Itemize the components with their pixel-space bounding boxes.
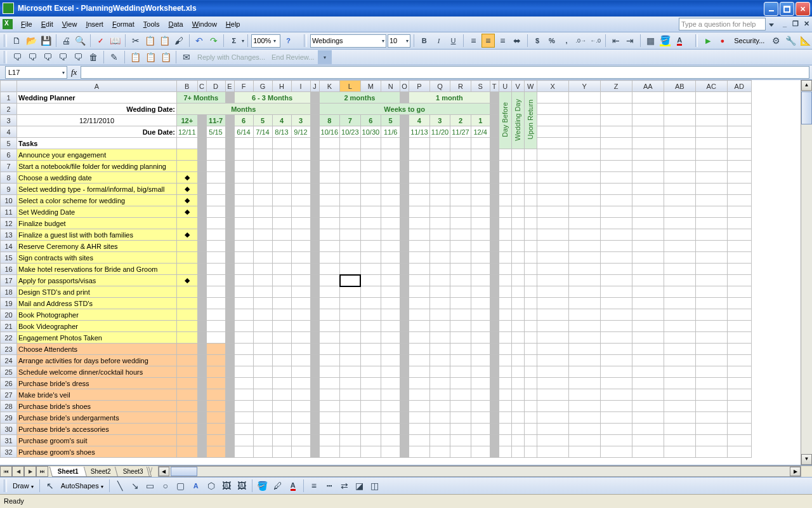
row-header-30[interactable]: 30: [1, 424, 17, 435]
cell-N23[interactable]: [381, 344, 400, 355]
cell-E12[interactable]: [225, 218, 234, 229]
cell-D16[interactable]: [206, 264, 225, 275]
cell-K26[interactable]: [319, 378, 340, 389]
delete-comment-icon[interactable]: 🗑: [86, 50, 100, 64]
cell-I29[interactable]: [291, 412, 310, 424]
cell-N3[interactable]: 5: [381, 115, 400, 126]
sheet-tab-sheet2[interactable]: Sheet2: [82, 467, 119, 477]
cell-P13[interactable]: [409, 229, 430, 241]
cell-Q7[interactable]: [429, 161, 450, 172]
cell-D30[interactable]: [206, 424, 225, 435]
cell-B7[interactable]: [177, 161, 198, 172]
cell-H9[interactable]: [272, 184, 291, 195]
col-header-Z[interactable]: Z: [600, 81, 632, 92]
cell-P22[interactable]: [409, 332, 430, 344]
cell-L16[interactable]: [340, 264, 361, 275]
col-header-L[interactable]: L: [340, 81, 361, 92]
cell-A4[interactable]: Due Date:: [17, 126, 177, 138]
app-menu-icon[interactable]: [3, 19, 13, 29]
cell-P9[interactable]: [409, 184, 430, 195]
increase-indent-icon[interactable]: ⇥: [624, 34, 637, 48]
cell-N17[interactable]: [381, 275, 400, 286]
cell-H22[interactable]: [272, 332, 291, 344]
cell-I4[interactable]: 9/12: [291, 126, 310, 138]
cell-R18[interactable]: [450, 286, 471, 298]
track-changes-icon[interactable]: 📋: [128, 50, 142, 64]
cell-H24[interactable]: [272, 355, 291, 366]
cell-G31[interactable]: [253, 435, 272, 446]
cell-P6[interactable]: [409, 149, 430, 161]
cell-A24[interactable]: Arrange activities for days before weddi…: [17, 355, 177, 366]
row-header-4[interactable]: 4: [1, 126, 17, 138]
cell-A14[interactable]: Reserve Ceremony & AHR sites: [17, 241, 177, 252]
cell-G8[interactable]: [253, 172, 272, 184]
cell-I22[interactable]: [291, 332, 310, 344]
cell-L15[interactable]: [340, 252, 361, 264]
row-header-18[interactable]: 18: [1, 286, 17, 298]
cell-K19[interactable]: [319, 298, 340, 309]
cell-N7[interactable]: [381, 161, 400, 172]
cell-I18[interactable]: [291, 286, 310, 298]
cell-O14[interactable]: [400, 241, 409, 252]
cell-B22[interactable]: [177, 332, 198, 344]
cell-Q31[interactable]: [429, 435, 450, 446]
cell-K1[interactable]: 2 months: [319, 92, 400, 104]
cell-L14[interactable]: [340, 241, 361, 252]
horizontal-scrollbar[interactable]: ◀ ▶: [158, 466, 801, 477]
col-header-A[interactable]: A: [17, 81, 177, 92]
cell-A19[interactable]: Mail and Address STD's: [17, 298, 177, 309]
cell-H7[interactable]: [272, 161, 291, 172]
cell-D27[interactable]: [206, 389, 225, 401]
cell-L11[interactable]: [340, 206, 361, 218]
cell-O8[interactable]: [400, 172, 409, 184]
cell-R29[interactable]: [450, 412, 471, 424]
cell-S20[interactable]: [471, 309, 490, 321]
cell-Q22[interactable]: [429, 332, 450, 344]
cell-Q12[interactable]: [429, 218, 450, 229]
cell-N16[interactable]: [381, 264, 400, 275]
cell-F9[interactable]: [234, 184, 253, 195]
cell-F24[interactable]: [234, 355, 253, 366]
cell-F30[interactable]: [234, 424, 253, 435]
cell-B2[interactable]: Months: [177, 104, 311, 115]
cell-M23[interactable]: [360, 344, 381, 355]
cell-D12[interactable]: [206, 218, 225, 229]
cell-P29[interactable]: [409, 412, 430, 424]
font-size-combo[interactable]: 10▾: [388, 34, 410, 48]
cell-O25[interactable]: [400, 366, 409, 378]
cell-O9[interactable]: [400, 184, 409, 195]
col-header-S[interactable]: S: [471, 81, 490, 92]
cell-L29[interactable]: [340, 412, 361, 424]
cell-E10[interactable]: [225, 195, 234, 206]
cell-I24[interactable]: [291, 355, 310, 366]
row-header-27[interactable]: 27: [1, 389, 17, 401]
prev-comment-icon[interactable]: 🗨: [25, 50, 39, 64]
spellcheck-icon[interactable]: ✓: [94, 34, 107, 48]
cell-J32[interactable]: [310, 446, 319, 458]
cell-E29[interactable]: [225, 412, 234, 424]
cell-E21[interactable]: [225, 321, 234, 332]
cell-N30[interactable]: [381, 424, 400, 435]
cell-I27[interactable]: [291, 389, 310, 401]
cell-G15[interactable]: [253, 252, 272, 264]
cell-S9[interactable]: [471, 184, 490, 195]
cell-B10[interactable]: ◆: [177, 195, 198, 206]
cell-E26[interactable]: [225, 378, 234, 389]
row-header-32[interactable]: 32: [1, 446, 17, 458]
cell-F16[interactable]: [234, 264, 253, 275]
col-header-K[interactable]: K: [319, 81, 340, 92]
toolbox-icon[interactable]: 🔧: [784, 34, 797, 48]
security-button[interactable]: Security...: [730, 37, 768, 44]
cell-L22[interactable]: [340, 332, 361, 344]
cell-E16[interactable]: [225, 264, 234, 275]
cell-A10[interactable]: Select a color scheme for wedding: [17, 195, 177, 206]
cell-L18[interactable]: [340, 286, 361, 298]
cell-L23[interactable]: [340, 344, 361, 355]
cell-N24[interactable]: [381, 355, 400, 366]
cell-E23[interactable]: [225, 344, 234, 355]
cell-J22[interactable]: [310, 332, 319, 344]
col-header-N[interactable]: N: [381, 81, 400, 92]
cell-I15[interactable]: [291, 252, 310, 264]
cell-P23[interactable]: [409, 344, 430, 355]
cell-I32[interactable]: [291, 446, 310, 458]
